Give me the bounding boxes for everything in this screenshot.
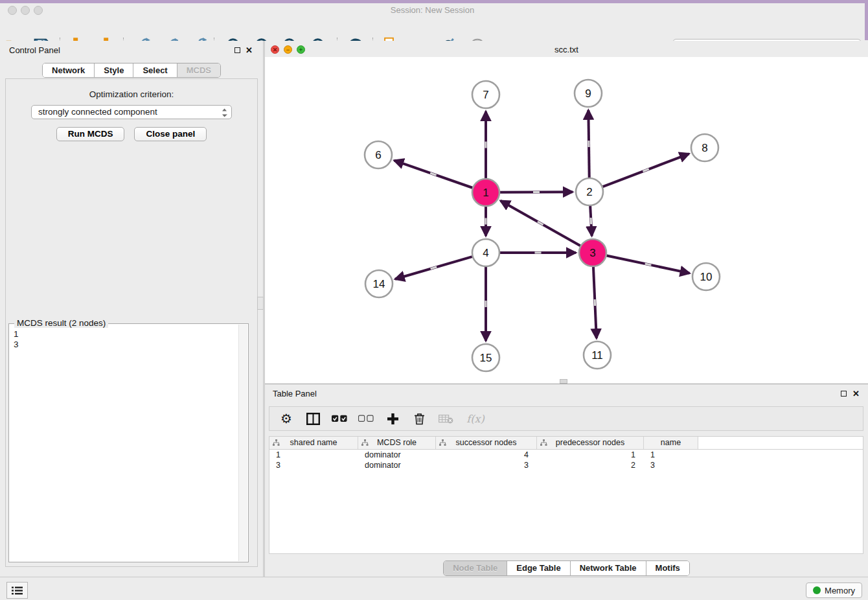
float-table-panel-icon[interactable]: [841, 391, 847, 397]
edge-label: [535, 252, 542, 254]
mcds-result-text[interactable]: 1 3: [9, 325, 239, 562]
main-toolbar: [0, 17, 865, 41]
tab-style[interactable]: Style: [95, 63, 133, 77]
add-row-icon[interactable]: [385, 411, 400, 426]
table-cell[interactable]: dominator: [358, 450, 436, 460]
edge-label: [588, 141, 589, 147]
table-header-row: shared nameMCDS rolesuccessor nodesprede…: [269, 437, 863, 450]
table-panel-header: Table Panel ✕: [265, 384, 868, 404]
tab-motifs[interactable]: Motifs: [646, 561, 689, 575]
horizontal-splitter-handle[interactable]: [560, 379, 567, 384]
memory-button[interactable]: Memory: [806, 583, 862, 598]
mcds-panel: Optimization criterion: strongly connect…: [5, 78, 258, 567]
right-area: ✕ − + scc.txt 7968124314101511 Table Pan…: [265, 41, 868, 577]
edge-label: [594, 299, 596, 306]
column-header-predecessor-nodes[interactable]: predecessor nodes: [537, 437, 644, 449]
network-window-titlebar: ✕ − + scc.txt: [265, 43, 868, 58]
table-cell[interactable]: dominator: [358, 460, 436, 470]
tab-node-table[interactable]: Node Table: [444, 561, 507, 575]
graph-node-label: 2: [586, 186, 592, 198]
table-cell[interactable]: 1: [644, 450, 698, 460]
result-scrollbar[interactable]: [238, 325, 247, 561]
window-title: Session: New Session: [0, 3, 865, 17]
control-panel-header: Control Panel ✕: [0, 41, 263, 60]
deselect-all-icon[interactable]: [358, 411, 374, 426]
graph-node-label: 11: [591, 349, 603, 362]
graph-node-label: 9: [585, 87, 591, 100]
table-panel-title: Table Panel: [273, 384, 317, 404]
memory-label: Memory: [825, 586, 855, 595]
delete-table-icon[interactable]: [438, 411, 453, 426]
delete-row-icon[interactable]: [411, 411, 427, 426]
select-chevrons-icon: [222, 108, 227, 118]
mcds-result-box: MCDS result (2 nodes) 1 3: [8, 323, 249, 562]
column-header-shared-name[interactable]: shared name: [269, 437, 358, 449]
tab-select[interactable]: Select: [133, 63, 177, 77]
column-header-successor-nodes[interactable]: successor nodes: [436, 437, 537, 449]
table-settings-icon[interactable]: ⚙: [279, 411, 294, 426]
edge-label: [485, 301, 487, 307]
graph-node-label: 15: [480, 352, 492, 364]
task-list-icon: [12, 586, 23, 595]
vertical-splitter-handle[interactable]: [257, 297, 264, 310]
criterion-select[interactable]: strongly connected component: [31, 105, 232, 119]
main-area: Control Panel ✕ NetworkStyleSelectMCDS O…: [0, 41, 868, 577]
network-window: ✕ − + scc.txt 7968124314101511: [265, 43, 868, 384]
network-canvas[interactable]: 7968124314101511: [265, 57, 868, 384]
table-row[interactable]: 1dominator411: [269, 450, 863, 460]
table-cell[interactable]: 1: [537, 450, 644, 460]
main-titlebar: Session: New Session: [0, 3, 865, 18]
run-mcds-button[interactable]: Run MCDS: [56, 127, 125, 141]
criterion-value: strongly connected component: [38, 106, 157, 119]
edge-label: [533, 191, 540, 193]
control-panel-tabs: NetworkStyleSelectMCDS: [0, 63, 263, 78]
tab-mcds[interactable]: MCDS: [177, 63, 220, 77]
table-cell[interactable]: 3: [436, 460, 537, 470]
graph-node-label: 4: [483, 247, 488, 259]
control-panel: Control Panel ✕ NetworkStyleSelectMCDS O…: [0, 41, 263, 577]
edge-label: [485, 142, 487, 148]
graph-node-label: 7: [483, 89, 488, 101]
table-cell[interactable]: 3: [269, 460, 358, 470]
table-tabs: Node TableEdge TableNetwork TableMotifs: [265, 560, 868, 576]
tab-network[interactable]: Network: [43, 63, 95, 77]
node-table: shared nameMCDS rolesuccessor nodesprede…: [269, 436, 863, 554]
edge-label: [590, 218, 593, 224]
graph-node-label: 1: [483, 187, 488, 199]
task-history-button[interactable]: [6, 582, 28, 599]
graph-node-label: 8: [702, 142, 707, 154]
table-cell[interactable]: 2: [537, 460, 644, 470]
graph-node-label: 3: [589, 247, 595, 259]
select-all-icon[interactable]: [332, 411, 347, 426]
edge-label: [643, 168, 649, 172]
table-toolbar: ⚙: [269, 406, 863, 431]
table-cell[interactable]: 3: [644, 460, 698, 470]
optimization-label: Optimization criterion:: [6, 89, 257, 99]
table-cell[interactable]: 4: [436, 450, 537, 460]
table-panel: Table Panel ✕ ⚙: [265, 384, 868, 577]
tab-edge-table[interactable]: Edge Table: [507, 561, 570, 575]
graph-node-label: 14: [373, 278, 385, 290]
show-columns-icon[interactable]: [305, 411, 321, 426]
table-row[interactable]: 3dominator323: [269, 460, 863, 470]
close-panel-icon[interactable]: ✕: [246, 45, 253, 56]
status-bar: Memory: [0, 577, 868, 600]
graph-node-label: 6: [375, 149, 381, 161]
edge-label: [430, 172, 437, 176]
tab-network-table[interactable]: Network Table: [571, 561, 646, 575]
network-graph[interactable]: 7968124314101511: [265, 57, 868, 384]
column-header-name[interactable]: name: [644, 437, 698, 449]
table-cell[interactable]: 1: [269, 450, 358, 460]
close-table-panel-icon[interactable]: ✕: [852, 389, 860, 399]
control-panel-title: Control Panel: [9, 41, 60, 60]
float-panel-icon[interactable]: [234, 47, 240, 53]
column-header-MCDS-role[interactable]: MCDS role: [358, 437, 436, 449]
function-builder-icon[interactable]: f(x): [464, 411, 486, 426]
close-panel-button[interactable]: Close panel: [134, 127, 207, 141]
application-window: Session: New Session: [0, 0, 868, 600]
graph-node-label: 10: [700, 271, 713, 283]
background-window-strip-right: [865, 3, 868, 40]
edge-label: [485, 218, 487, 225]
memory-status-icon: [813, 586, 821, 594]
network-view-title: scc.txt: [265, 43, 868, 57]
